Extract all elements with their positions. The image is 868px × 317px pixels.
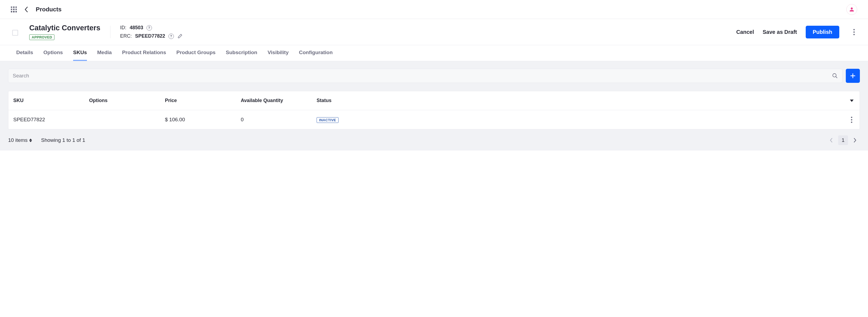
tab-skus[interactable]: SKUs [73, 45, 87, 61]
search-row [8, 69, 860, 83]
tab-subscription[interactable]: Subscription [226, 45, 257, 61]
col-header-status[interactable]: Status [317, 98, 855, 103]
cell-status: INACTIVE [317, 117, 844, 123]
svg-point-1 [833, 74, 836, 77]
items-per-page-label: 10 items [8, 137, 28, 143]
meta-block: ID: 48503 ? ERC: SPEED77822 ? [120, 25, 183, 39]
add-sku-button[interactable] [846, 69, 860, 83]
cell-price: $ 106.00 [165, 117, 241, 123]
approved-badge: APPROVED [29, 34, 55, 40]
tab-media[interactable]: Media [97, 45, 112, 61]
erc-value: SPEED77822 [135, 33, 165, 39]
showing-text: Showing 1 to 1 of 1 [41, 137, 85, 143]
publish-button[interactable]: Publish [806, 26, 839, 38]
content-area: SKU Options Price Available Quantity Sta… [0, 61, 868, 151]
id-value: 48503 [130, 25, 143, 31]
tab-details[interactable]: Details [16, 45, 33, 61]
col-header-price[interactable]: Price [165, 98, 241, 103]
erc-row: ERC: SPEED77822 ? [120, 33, 183, 39]
col-header-qty[interactable]: Available Quantity [241, 98, 317, 103]
pager: 1 [826, 135, 860, 145]
svg-rect-0 [12, 30, 18, 35]
tab-configuration[interactable]: Configuration [299, 45, 333, 61]
pager-prev-button[interactable] [826, 135, 836, 145]
col-header-options[interactable]: Options [89, 98, 165, 103]
svg-marker-7 [29, 140, 32, 142]
tab-product-relations[interactable]: Product Relations [122, 45, 166, 61]
search-wrap [8, 69, 842, 83]
tabs: DetailsOptionsSKUsMediaProduct Relations… [0, 45, 868, 61]
cell-qty: 0 [241, 117, 317, 123]
tab-visibility[interactable]: Visibility [268, 45, 289, 61]
cell-sku: SPEED77822 [13, 117, 89, 123]
pager-next-button[interactable] [850, 135, 860, 145]
topbar: Products [0, 0, 868, 19]
sku-table: SKU Options Price Available Quantity Sta… [8, 91, 860, 129]
header-actions: Cancel Save as Draft Publish [736, 26, 857, 38]
pager-current-page[interactable]: 1 [838, 135, 848, 145]
table-footer: 10 items Showing 1 to 1 of 1 1 [8, 135, 860, 145]
items-per-page-select[interactable]: 10 items [8, 137, 32, 143]
cancel-button[interactable]: Cancel [736, 29, 754, 35]
svg-line-2 [836, 76, 837, 78]
status-badge: INACTIVE [317, 117, 339, 123]
search-input[interactable] [13, 73, 832, 79]
breadcrumb[interactable]: Products [36, 6, 61, 13]
row-actions-icon[interactable] [848, 115, 855, 125]
more-actions-icon[interactable] [851, 27, 857, 37]
topbar-left: Products [11, 5, 61, 14]
svg-marker-5 [850, 99, 854, 102]
help-icon[interactable]: ? [147, 25, 152, 31]
tab-product-groups[interactable]: Product Groups [176, 45, 216, 61]
updown-caret-icon [29, 138, 32, 142]
apps-menu-icon[interactable] [11, 6, 17, 12]
product-name: Catalytic Converters [29, 24, 100, 32]
sort-caret-icon[interactable] [850, 98, 854, 103]
divider [110, 26, 111, 38]
title-block: Catalytic Converters APPROVED [29, 24, 100, 40]
back-icon[interactable] [23, 5, 30, 14]
product-header: Catalytic Converters APPROVED ID: 48503 … [0, 19, 868, 45]
product-thumbnail-placeholder [11, 28, 20, 37]
id-label: ID: [120, 25, 126, 31]
help-icon[interactable]: ? [168, 34, 174, 39]
svg-marker-6 [29, 138, 32, 140]
save-draft-button[interactable]: Save as Draft [763, 29, 797, 35]
tab-options[interactable]: Options [43, 45, 63, 61]
search-icon[interactable] [832, 73, 838, 79]
user-avatar[interactable] [846, 4, 857, 15]
erc-label: ERC: [120, 33, 132, 39]
col-header-sku[interactable]: SKU [13, 98, 89, 103]
edit-erc-icon[interactable] [177, 34, 183, 39]
table-row[interactable]: SPEED77822$ 106.000INACTIVE [8, 110, 860, 129]
table-header: SKU Options Price Available Quantity Sta… [8, 91, 860, 110]
id-row: ID: 48503 ? [120, 25, 183, 31]
